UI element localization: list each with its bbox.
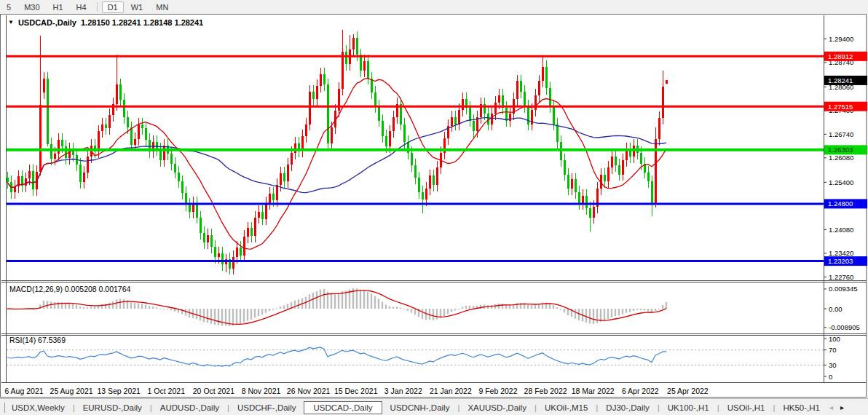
tab-scroll-right-icon[interactable]: ▸ xyxy=(840,403,844,411)
tab-scroll-left-icon[interactable]: ◂ xyxy=(829,403,833,411)
timeframe-toolbar: 5M30H1H4D1W1MN xyxy=(0,0,868,14)
tab-hk50-h1[interactable]: HK50-,H1 xyxy=(776,402,826,414)
svg-text:21 Jan 2022: 21 Jan 2022 xyxy=(430,387,472,395)
macd-panel xyxy=(7,288,667,326)
tab-usdcad-daily[interactable]: USDCAD-,Daily xyxy=(304,401,382,414)
tab-separator: | xyxy=(534,403,537,412)
tab-usdcnh-daily[interactable]: USDCNH-,Daily xyxy=(384,402,457,414)
svg-text:25 Aug 2021: 25 Aug 2021 xyxy=(50,387,93,395)
tab-ukoil-m15[interactable]: UKOil-,M15 xyxy=(538,402,594,414)
macd-indicator-label: MACD(12,26,9) 0.005208 0.001764 xyxy=(9,285,130,293)
svg-text:28 Feb 2022: 28 Feb 2022 xyxy=(524,387,567,395)
svg-text:1.24080: 1.24080 xyxy=(829,226,853,234)
toolbar-separator xyxy=(97,2,98,12)
chart-canvas[interactable]: 1.294001.287401.280601.274001.267401.260… xyxy=(1,15,867,398)
timeframe-button-h1[interactable]: H1 xyxy=(47,1,69,13)
tab-separator: | xyxy=(658,403,660,412)
svg-text:0.00: 0.00 xyxy=(829,305,843,313)
svg-text:13 Sep 2021: 13 Sep 2021 xyxy=(97,387,141,395)
ma-fast-line xyxy=(7,79,666,250)
tab-usdchf-daily[interactable]: USDCHF-,Daily xyxy=(231,402,303,414)
svg-text:30: 30 xyxy=(829,361,837,369)
rsi-panel xyxy=(7,347,824,366)
price-axis: 1.294001.287401.280601.274001.267401.260… xyxy=(824,35,867,381)
svg-text:0: 0 xyxy=(829,373,832,381)
svg-text:1.28912: 1.28912 xyxy=(828,52,853,60)
tab-eurusd-daily[interactable]: EURUSD-,Daily xyxy=(76,402,149,414)
svg-text:18 Mar 2022: 18 Mar 2022 xyxy=(572,387,615,395)
moving-averages xyxy=(7,79,666,250)
svg-text:6 Aug 2021: 6 Aug 2021 xyxy=(4,387,43,395)
timeframe-button-m30[interactable]: M30 xyxy=(18,1,45,13)
svg-text:9 Feb 2022: 9 Feb 2022 xyxy=(478,387,517,395)
svg-text:1.24800: 1.24800 xyxy=(828,199,853,208)
panel-borders xyxy=(1,15,867,383)
chart-dropdown-triangle-icon[interactable]: ▼ xyxy=(8,19,14,25)
mt4-application-window: 5M30H1H4D1W1MN ▼ USDCAD-,Daily 1.28150 1… xyxy=(0,0,868,415)
svg-text:1.22760: 1.22760 xyxy=(829,273,853,281)
svg-text:100: 100 xyxy=(829,335,840,343)
timeframe-button-d1[interactable]: D1 xyxy=(102,1,124,13)
chart-tab-bar: USDX,Weekly|EURUSD-,Daily|AUDUSD-,Daily|… xyxy=(0,398,868,415)
timeframe-button-h4[interactable]: H4 xyxy=(71,1,92,13)
tab-separator: | xyxy=(773,403,775,412)
svg-text:1.29400: 1.29400 xyxy=(829,35,853,43)
tab-separator: | xyxy=(150,403,152,412)
timeframe-button-5[interactable]: 5 xyxy=(1,1,17,13)
svg-text:1.28241: 1.28241 xyxy=(828,76,853,84)
tab-separator: | xyxy=(717,403,719,412)
tab-separator: | xyxy=(596,403,598,412)
svg-text:25 Apr 2022: 25 Apr 2022 xyxy=(667,387,709,395)
chart-title: ▼ USDCAD-,Daily 1.28150 1.28241 1.28148 … xyxy=(8,18,203,27)
svg-text:3 Jan 2022: 3 Jan 2022 xyxy=(384,387,422,395)
svg-text:8 Nov 2021: 8 Nov 2021 xyxy=(242,387,281,395)
svg-text:1.23203: 1.23203 xyxy=(828,257,853,265)
svg-text:1.25400: 1.25400 xyxy=(829,178,853,186)
svg-text:70: 70 xyxy=(829,346,837,354)
svg-text:1.23420: 1.23420 xyxy=(829,249,853,257)
chart-ohlc-values: 1.28150 1.28241 1.28148 1.28241 xyxy=(81,18,203,27)
tab-usdx-weekly[interactable]: USDX,Weekly xyxy=(5,402,71,414)
svg-text:20 Oct 2021: 20 Oct 2021 xyxy=(193,387,234,395)
timeframe-button-w1[interactable]: W1 xyxy=(125,1,149,13)
tab-separator: | xyxy=(73,403,75,412)
svg-text:1.27515: 1.27515 xyxy=(828,103,853,111)
svg-text:-0.008905: -0.008905 xyxy=(829,323,860,331)
candlestick-series xyxy=(7,30,668,274)
tab-xauusd-daily[interactable]: XAUUSD-,Daily xyxy=(461,402,533,414)
chart-window: ▼ USDCAD-,Daily 1.28150 1.28241 1.28148 … xyxy=(0,14,867,398)
timeframe-button-mn[interactable]: MN xyxy=(150,1,174,13)
svg-text:1.26740: 1.26740 xyxy=(829,130,853,138)
rsi-indicator-label: RSI(14) 67.5369 xyxy=(9,336,66,344)
tab-dj30-daily[interactable]: DJ30-,Daily xyxy=(599,402,655,414)
svg-text:1 Oct 2021: 1 Oct 2021 xyxy=(148,387,186,395)
tab-separator: | xyxy=(457,403,459,412)
svg-text:0.009345: 0.009345 xyxy=(829,285,858,293)
svg-text:6 Apr 2022: 6 Apr 2022 xyxy=(622,387,659,395)
tab-uk100-h1[interactable]: UK100-,H1 xyxy=(661,402,716,414)
tab-separator: | xyxy=(227,403,229,412)
time-axis: 6 Aug 202125 Aug 202113 Sep 20211 Oct 20… xyxy=(4,387,708,395)
svg-text:26 Nov 2021: 26 Nov 2021 xyxy=(287,387,331,395)
tab-audusd-daily[interactable]: AUDUSD-,Daily xyxy=(154,402,226,414)
chart-symbol-label: USDCAD-,Daily xyxy=(18,18,76,27)
tab-usoil-h1[interactable]: USOil-,H1 xyxy=(721,402,772,414)
svg-text:15 Dec 2021: 15 Dec 2021 xyxy=(334,387,378,395)
svg-text:1.26303: 1.26303 xyxy=(828,146,853,154)
svg-text:1.26080: 1.26080 xyxy=(829,154,853,162)
